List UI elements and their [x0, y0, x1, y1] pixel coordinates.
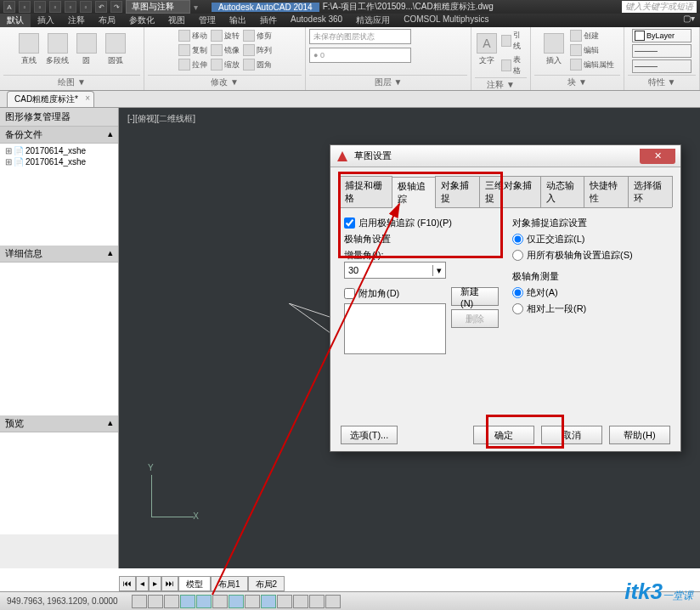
edit-block-button[interactable]: 编辑 [569, 43, 615, 57]
all-polar-radio[interactable]: 用所有极轴角设置追踪(S) [512, 249, 667, 262]
tree-item[interactable]: ⊞📄20170614_xshe [2, 156, 116, 167]
delete-angle-button[interactable]: 删除 [451, 309, 499, 328]
tab-3d-object-snap[interactable]: 三维对象捕捉 [479, 176, 540, 207]
saveas-icon[interactable]: ▫ [65, 1, 76, 13]
scale-button[interactable]: 缩放 [210, 58, 240, 71]
linetype-dropdown[interactable]: ——— [632, 59, 692, 73]
additional-angles-checkbox[interactable]: 附加角(D) [344, 287, 446, 300]
qp-toggle[interactable] [309, 595, 325, 608]
stretch-button[interactable]: 拉伸 [178, 58, 208, 71]
save-icon[interactable]: ▫ [49, 1, 61, 13]
ducs-toggle[interactable] [245, 595, 260, 608]
tab-nav-last-icon[interactable]: ⏭ [161, 576, 178, 591]
tpy-toggle[interactable] [293, 595, 308, 608]
tab-a360[interactable]: Autodesk 360 [284, 14, 349, 27]
undo-icon[interactable]: ↶ [95, 1, 107, 13]
osnap-toggle[interactable] [196, 595, 212, 608]
print-icon[interactable]: ▫ [80, 1, 92, 13]
ortho-only-radio[interactable]: 仅正交追踪(L) [512, 233, 667, 246]
ribbon-expand-icon[interactable]: ▢▾ [678, 14, 700, 27]
dialog-titlebar[interactable]: 草图设置 ✕ [330, 145, 680, 167]
enable-polar-checkbox[interactable]: 启用极轴追踪 (F10)(P) [344, 217, 499, 229]
help-button[interactable]: 帮助(H) [609, 426, 670, 444]
lineweight-dropdown[interactable]: ——— [632, 44, 692, 58]
ok-button[interactable]: 确定 [473, 426, 534, 444]
absolute-radio[interactable]: 绝对(A) [512, 286, 667, 299]
circle-button[interactable]: 圆 [73, 29, 100, 70]
open-icon[interactable]: ▫ [34, 1, 46, 13]
viewport-label[interactable]: [-][俯视][二维线框] [127, 113, 195, 125]
increment-angle-combo[interactable]: 30 ▾ [344, 262, 446, 279]
close-tab-icon[interactable]: × [85, 93, 90, 103]
layer-dropdown[interactable]: ● 0 [309, 48, 411, 63]
panel-modify-title[interactable]: 修改 ▼ [148, 75, 302, 88]
grid-toggle[interactable] [148, 595, 163, 608]
tab-annotate[interactable]: 注释 [61, 14, 92, 27]
copy-button[interactable]: 复制 [178, 43, 208, 57]
additional-angles-list[interactable] [344, 303, 446, 354]
tab-selection-cycling[interactable]: 选择循环 [628, 176, 673, 207]
tree-item[interactable]: ⊞📄20170614_xshe [2, 145, 116, 156]
move-button[interactable]: 移动 [178, 29, 208, 42]
tab-manage[interactable]: 管理 [192, 14, 223, 27]
panel-draw-title[interactable]: 绘图 ▼ [3, 75, 140, 88]
tab-comsol[interactable]: COMSOL Multiphysics [397, 14, 495, 27]
new-icon[interactable]: ▫ [19, 1, 31, 13]
fillet-button[interactable]: 圆角 [242, 58, 273, 71]
layer-state-dropdown[interactable]: 未保存的图层状态 [309, 29, 411, 44]
tab-output[interactable]: 输出 [223, 14, 253, 27]
tab-object-snap[interactable]: 对象捕捉 [435, 176, 480, 207]
dyn-toggle[interactable] [261, 595, 276, 608]
panel-block-title[interactable]: 块 ▼ [534, 75, 620, 88]
trim-button[interactable]: 修剪 [242, 29, 273, 42]
array-button[interactable]: 阵列 [242, 43, 273, 57]
redo-icon[interactable]: ↷ [110, 1, 122, 13]
additional-angles-input[interactable] [344, 288, 355, 299]
layout1-tab[interactable]: 布局1 [211, 576, 248, 591]
model-tab[interactable]: 模型 [178, 576, 211, 591]
tab-view[interactable]: 视图 [161, 14, 192, 27]
lwt-toggle[interactable] [277, 595, 292, 608]
edit-attr-button[interactable]: 编辑属性 [569, 58, 615, 71]
tab-layout[interactable]: 布局 [92, 14, 122, 27]
mirror-button[interactable]: 镜像 [210, 43, 240, 57]
snap-toggle[interactable] [132, 595, 147, 608]
options-button[interactable]: 选项(T)... [341, 426, 398, 444]
otrack-toggle[interactable] [229, 595, 244, 608]
3dosnap-toggle[interactable] [212, 595, 228, 608]
panel-annot-title[interactable]: 注释 ▼ [475, 77, 527, 91]
text-button[interactable]: A文字 [475, 29, 499, 70]
ortho-toggle[interactable] [164, 595, 179, 608]
app-menu-icon[interactable]: A [3, 1, 15, 13]
dialog-close-button[interactable]: ✕ [640, 149, 675, 164]
tab-parametric[interactable]: 参数化 [122, 14, 161, 27]
cancel-button[interactable]: 取消 [541, 426, 602, 444]
workspace-dropdown[interactable]: 草图与注释 [126, 0, 190, 14]
tab-plugins[interactable]: 插件 [253, 14, 284, 27]
detail-section-header[interactable]: 详细信息▴ [0, 246, 118, 263]
preview-section-header[interactable]: 预览▴ [0, 415, 118, 432]
panel-layer-title[interactable]: 图层 ▼ [309, 75, 467, 88]
tab-featured[interactable]: 精选应用 [349, 14, 397, 27]
tab-nav-next-icon[interactable]: ▸ [149, 576, 161, 591]
document-tab[interactable]: CAD粗糙度标注* × [7, 91, 94, 107]
enable-polar-input[interactable] [344, 217, 355, 229]
tab-default[interactable]: 默认 [0, 14, 31, 27]
tab-polar-tracking[interactable]: 极轴追踪 [392, 177, 437, 208]
tab-quick-props[interactable]: 快捷特性 [584, 176, 629, 207]
line-button[interactable]: 直线 [15, 29, 42, 70]
panel-props-title[interactable]: 特性 ▼ [628, 75, 696, 88]
relative-radio[interactable]: 相对上一段(R) [512, 302, 667, 315]
create-block-button[interactable]: 创建 [569, 29, 615, 42]
polar-toggle[interactable] [180, 595, 195, 608]
insert-button[interactable]: 插入 [540, 29, 567, 70]
leader-button[interactable]: 引线 [500, 29, 527, 53]
color-dropdown[interactable]: ByLayer [632, 29, 692, 42]
tab-nav-first-icon[interactable]: ⏮ [119, 576, 136, 591]
backup-section-header[interactable]: 备份文件▴ [0, 127, 118, 144]
expand-icon[interactable]: ⊞ [5, 146, 12, 155]
new-angle-button[interactable]: 新建(N) [451, 287, 499, 306]
tab-snap-grid[interactable]: 捕捉和栅格 [339, 176, 392, 207]
table-button[interactable]: 表格 [500, 54, 527, 77]
tab-dynamic-input[interactable]: 动态输入 [540, 176, 585, 207]
